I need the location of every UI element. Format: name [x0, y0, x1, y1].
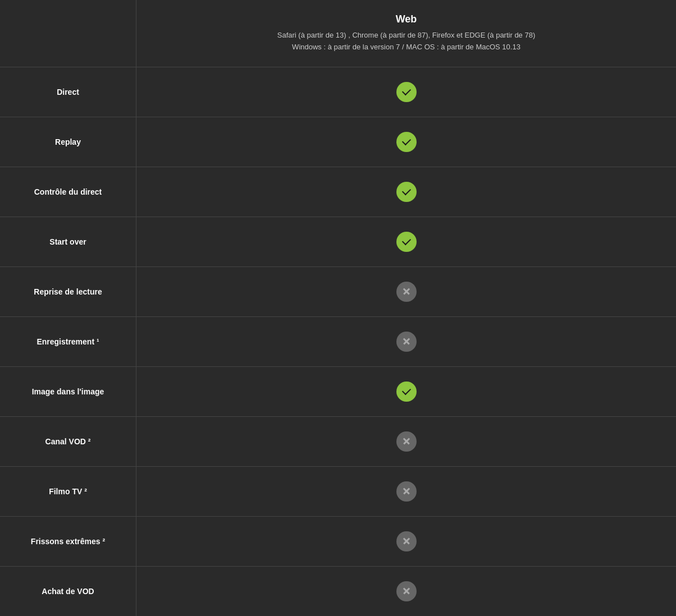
cross-icon [396, 431, 417, 452]
compatibility-table: Web Safari (à partir de 13) , Chrome (à … [0, 0, 676, 616]
row-value [136, 367, 676, 416]
check-icon [396, 381, 417, 402]
row-value [136, 267, 676, 316]
table-row: Replay [0, 117, 676, 167]
cross-icon [396, 581, 417, 601]
cross-icon [396, 531, 417, 551]
row-label: Start over [0, 228, 136, 255]
web-title: Web [145, 13, 667, 25]
check-icon [396, 82, 417, 102]
table-body: DirectReplayContrôle du directStart over… [0, 67, 676, 616]
row-value [136, 417, 676, 466]
row-label: Canal VOD ² [0, 428, 136, 455]
row-label: Frissons extrêmes ² [0, 528, 136, 555]
row-label: Achat de VOD [0, 578, 136, 605]
web-column-header: Web Safari (à partir de 13) , Chrome (à … [136, 0, 676, 67]
check-icon [396, 132, 417, 152]
check-icon [396, 232, 417, 252]
row-label: Filmo TV ² [0, 478, 136, 505]
cross-icon [396, 481, 417, 502]
row-label: Contrôle du direct [0, 178, 136, 205]
row-value [136, 117, 676, 167]
row-value [136, 167, 676, 217]
row-label: Replay [0, 128, 136, 155]
row-value [136, 467, 676, 516]
table-row: Image dans l'image [0, 367, 676, 417]
row-value [136, 567, 676, 616]
table-row: Achat de VOD [0, 567, 676, 616]
check-icon [396, 182, 417, 202]
table-header: Web Safari (à partir de 13) , Chrome (à … [0, 0, 676, 67]
row-value [136, 67, 676, 117]
label-column-header [0, 0, 136, 67]
table-row: Enregistrement ¹ [0, 317, 676, 367]
table-row: Frissons extrêmes ² [0, 517, 676, 567]
web-subtitle-line1: Safari (à partir de 13) , Chrome (à part… [145, 30, 667, 42]
row-label: Image dans l'image [0, 378, 136, 405]
row-label: Direct [0, 79, 136, 105]
table-row: Canal VOD ² [0, 417, 676, 467]
row-value [136, 317, 676, 366]
web-subtitle-line2: Windows : à partir de la version 7 / MAC… [145, 42, 667, 53]
cross-icon [396, 282, 417, 302]
table-row: Reprise de lecture [0, 267, 676, 317]
cross-icon [396, 332, 417, 352]
table-row: Start over [0, 217, 676, 267]
row-value [136, 517, 676, 566]
row-label: Enregistrement ¹ [0, 328, 136, 355]
row-value [136, 217, 676, 266]
table-row: Filmo TV ² [0, 467, 676, 517]
table-row: Contrôle du direct [0, 167, 676, 217]
table-row: Direct [0, 67, 676, 117]
row-label: Reprise de lecture [0, 278, 136, 305]
